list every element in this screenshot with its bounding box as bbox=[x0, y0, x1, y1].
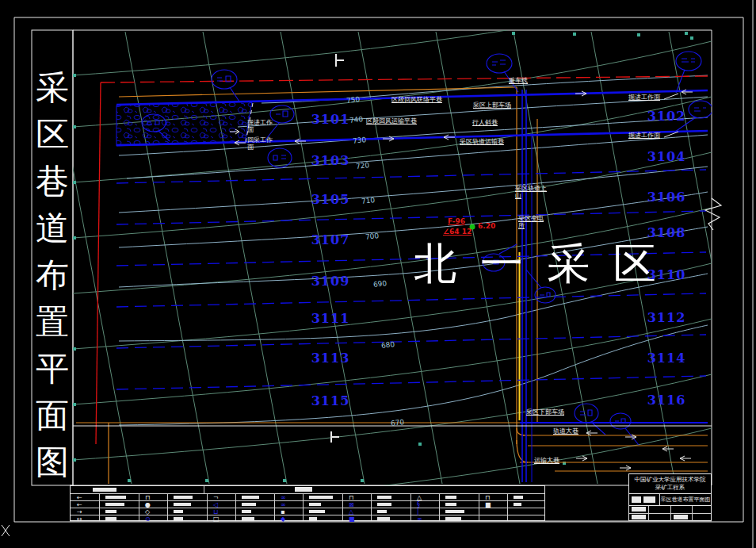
org-line1: 中国矿业大学应用技术学院 bbox=[635, 477, 706, 483]
legend-line bbox=[342, 493, 343, 520]
legend-label-block bbox=[377, 517, 390, 520]
redacted-text-block bbox=[632, 496, 641, 503]
legend-label-block bbox=[105, 503, 124, 506]
org-line2: 采矿工程系 bbox=[655, 485, 685, 491]
title-block-grid bbox=[629, 506, 711, 521]
map-annotation: 采区轨道上山 bbox=[515, 185, 550, 199]
panel-number: 3101 bbox=[311, 112, 350, 127]
legend-symbol: ¬ bbox=[213, 494, 219, 501]
region-title-char: 北 bbox=[414, 243, 456, 285]
legend-symbol: ▪ bbox=[281, 508, 284, 515]
legend-symbol: ◇ bbox=[145, 508, 150, 515]
legend-label-block bbox=[105, 496, 126, 499]
region-title-char: 一 bbox=[480, 243, 523, 285]
fault-name: F-96 bbox=[448, 217, 465, 225]
legend-label-block bbox=[309, 517, 317, 520]
side-title-char: 采 bbox=[36, 71, 69, 105]
legend-label-block bbox=[514, 503, 521, 506]
legend-label-block bbox=[445, 496, 456, 499]
map-annotation: 掘进工作面 bbox=[628, 94, 660, 101]
map-annotation: 区段回风运输平巷 bbox=[366, 117, 417, 125]
legend-symbol: ⊓ bbox=[485, 494, 490, 501]
legend-label-block bbox=[445, 503, 456, 506]
side-title-char: 面 bbox=[36, 399, 69, 432]
legend-label-block bbox=[309, 503, 321, 506]
legend-line bbox=[71, 500, 544, 501]
legend-label-block bbox=[309, 496, 333, 499]
redacted-text-block bbox=[674, 515, 688, 519]
redacted-text-block bbox=[632, 507, 646, 512]
legend-line bbox=[139, 493, 139, 520]
contour-label: 700 bbox=[365, 232, 379, 241]
cad-sheet: 采 区 巷 道 布 置 平 面 图 北 一 采 区 F-96 ∠64 12 6.… bbox=[0, 0, 756, 548]
region-title-char: 采 bbox=[547, 243, 590, 285]
contour-label: 680 bbox=[380, 340, 395, 350]
legend-line bbox=[479, 493, 479, 520]
legend-label-block bbox=[445, 517, 461, 520]
legend-symbol: | bbox=[417, 508, 419, 515]
legend-symbol: ◆ bbox=[281, 515, 285, 523]
legend-label-block bbox=[445, 510, 464, 513]
side-title: 采 区 巷 道 布 置 平 面 图 bbox=[32, 71, 72, 479]
legend-label-block bbox=[242, 503, 256, 506]
legend-label-block bbox=[242, 510, 251, 513]
panel-number: 3105 bbox=[311, 192, 350, 207]
map-annotation: 行人斜巷 bbox=[472, 119, 498, 126]
panel-number: 3110 bbox=[647, 267, 686, 282]
legend-symbol: ← bbox=[77, 501, 82, 508]
contour-label: 710 bbox=[361, 196, 375, 205]
legend-label-block bbox=[377, 503, 391, 506]
map-annotation: 重车线 bbox=[509, 77, 528, 84]
map-annotation: 采区变电所 bbox=[518, 215, 547, 229]
legend-label-block bbox=[377, 496, 391, 499]
map-annotation: 运输大巷 bbox=[534, 457, 559, 464]
legend-symbol: ⊓ bbox=[349, 494, 353, 501]
contour-label: 670 bbox=[390, 418, 404, 427]
legend-label-block bbox=[105, 517, 116, 520]
contour-label: 690 bbox=[372, 279, 387, 289]
legend-symbol: ⊔ bbox=[213, 508, 218, 515]
region-title: 北 一 采 区 bbox=[414, 243, 656, 285]
legend-line bbox=[303, 493, 304, 520]
map-annotation: 掘进工作面 bbox=[247, 119, 276, 133]
contour-label: 720 bbox=[355, 161, 369, 171]
legend-line bbox=[235, 493, 236, 520]
panel-number: 3108 bbox=[647, 225, 686, 240]
fault-dip: ∠64 12 bbox=[443, 228, 472, 236]
map-annotation: 回采工作面 bbox=[247, 136, 276, 151]
legend-label-block bbox=[309, 510, 325, 513]
title-block-line bbox=[629, 513, 711, 514]
legend-line bbox=[71, 493, 544, 494]
side-title-char: 平 bbox=[36, 352, 69, 385]
legend-symbol: ∞ bbox=[281, 494, 286, 501]
panel-number: 3111 bbox=[311, 311, 350, 326]
legend-label-block bbox=[174, 503, 191, 506]
legend-line bbox=[507, 493, 508, 520]
legend-symbol: ⊓ bbox=[145, 494, 150, 501]
legend-label-block bbox=[174, 517, 183, 520]
side-title-char: 区 bbox=[36, 118, 69, 151]
legend-symbol: ← bbox=[77, 494, 82, 501]
legend-line bbox=[71, 508, 544, 508]
legend-symbol: ■ bbox=[349, 515, 355, 523]
contour-label: 730 bbox=[352, 136, 366, 145]
side-title-char: 置 bbox=[36, 305, 69, 339]
legend-line bbox=[371, 493, 372, 520]
legend-symbol: ◁ bbox=[213, 501, 218, 508]
legend-symbol: ⊠ bbox=[349, 501, 354, 508]
legend-symbol: ↔ bbox=[77, 515, 82, 523]
legend-symbol: → bbox=[77, 508, 82, 515]
legend-label-block bbox=[174, 510, 183, 513]
legend-label-block bbox=[377, 510, 387, 513]
legend-line bbox=[274, 493, 275, 520]
legend-line bbox=[439, 493, 440, 520]
panel-number: 3109 bbox=[311, 274, 350, 289]
panel-number: 3115 bbox=[311, 393, 350, 408]
panel-number: 3102 bbox=[647, 109, 686, 124]
map-annotation: 区段回风联络平巷 bbox=[391, 96, 442, 103]
legend-symbol: § bbox=[417, 501, 420, 508]
title-block: 中国矿业大学应用技术学院 采矿工程系 采区巷道布置平面图 bbox=[628, 473, 712, 521]
legend-header-block bbox=[295, 487, 312, 492]
panel-number: 3107 bbox=[311, 232, 350, 247]
gob-hatch bbox=[116, 102, 252, 146]
